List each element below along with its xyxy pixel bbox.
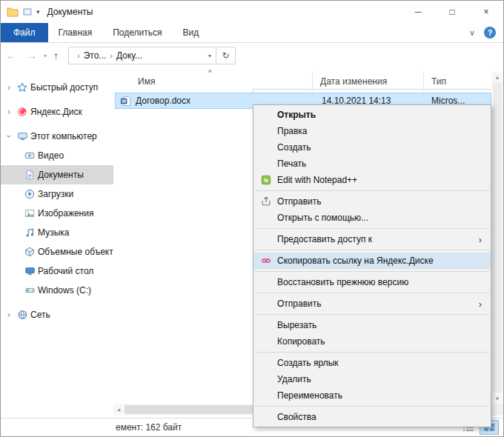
sidebar-item-label: Рабочий стол — [38, 266, 93, 276]
sidebar-item-music[interactable]: Музыка — [1, 223, 113, 242]
sidebar-item-label: Загрузки — [38, 189, 73, 199]
qat-button-icon[interactable] — [23, 7, 32, 16]
expander-icon[interactable]: › — [4, 131, 14, 141]
share-icon — [255, 196, 277, 207]
breadcrumb-dropdown-icon[interactable]: ▾ — [208, 53, 211, 59]
menu-separator — [255, 271, 489, 272]
menu-separator — [255, 190, 489, 191]
sidebar-item-this-pc[interactable]: › Этот компьютер — [1, 127, 113, 146]
menu-item-restore-previous-version[interactable]: Восстановить прежнюю версию — [253, 274, 491, 290]
menu-separator — [255, 314, 489, 315]
help-icon[interactable]: ? — [484, 27, 496, 39]
scroll-down-icon[interactable]: ▾ — [491, 393, 503, 404]
breadcrumb-this-pc[interactable]: Это... — [84, 50, 107, 61]
breadcrumb-documents[interactable]: Доку... — [116, 50, 142, 61]
sidebar-item-label: Музыка — [38, 227, 69, 238]
close-button[interactable]: × — [469, 1, 503, 23]
sidebar-item-label: Быстрый доступ — [30, 82, 98, 93]
menu-item-new[interactable]: Создать — [253, 139, 491, 156]
forward-button[interactable]: → — [21, 50, 42, 61]
sidebar-item-desktop[interactable]: Рабочий стол — [1, 261, 113, 281]
breadcrumb: › Это... › Доку... ▾ — [68, 47, 216, 64]
tab-share[interactable]: Поделиться — [102, 23, 172, 42]
cube-icon — [21, 247, 38, 257]
scroll-left-icon[interactable]: ◂ — [113, 404, 124, 416]
yandex-disk-icon — [14, 107, 30, 117]
expander-icon[interactable]: › — [4, 107, 14, 117]
menu-item-send-to[interactable]: Отправить › — [253, 296, 491, 312]
column-header-date[interactable]: Дата изменения — [312, 72, 423, 91]
drive-icon — [21, 285, 38, 296]
minimize-button[interactable]: ─ — [401, 1, 435, 23]
maximize-button[interactable]: □ — [435, 1, 469, 23]
sidebar-item-windows-c[interactable]: Windows (C:) — [1, 281, 113, 300]
tab-file[interactable]: Файл — [1, 23, 48, 42]
ribbon-right-controls: ∨ ? — [469, 23, 503, 42]
sidebar-item-3d-objects[interactable]: Объемные объекты — [1, 242, 113, 261]
menu-item-edit-with-notepadpp[interactable]: N Edit with Notepad++ — [253, 172, 491, 188]
menu-item-open-with[interactable]: Открыть с помощью... — [253, 210, 491, 226]
sidebar-item-network[interactable]: › Сеть — [1, 305, 113, 324]
menu-item-print[interactable]: Печать — [253, 156, 491, 172]
sidebar-item-label: Этот компьютер — [30, 131, 97, 141]
network-icon — [14, 310, 30, 320]
context-menu: Открыть Правка Создать Печать N Edit wit… — [253, 104, 491, 427]
up-button[interactable]: ↑ — [48, 50, 64, 61]
star-icon — [14, 82, 30, 93]
word-icon: W — [120, 96, 131, 107]
app-icon — [7, 7, 19, 17]
yandex-link-icon — [255, 256, 277, 266]
sidebar-item-quick-access[interactable]: › Быстрый доступ — [1, 78, 113, 97]
column-header-type[interactable]: Тип — [423, 72, 491, 91]
refresh-icon[interactable]: ↻ — [216, 47, 236, 64]
menu-item-open[interactable]: Открыть — [253, 107, 491, 123]
window-controls: ─ □ × — [401, 1, 503, 23]
menu-item-properties[interactable]: Свойства — [253, 409, 491, 425]
menu-item-share[interactable]: Отправить — [253, 193, 491, 210]
downloads-icon — [21, 189, 38, 199]
menu-item-cut[interactable]: Вырезать — [253, 317, 491, 333]
sidebar-item-documents[interactable]: Документы — [1, 165, 113, 184]
sidebar-item-label: Видео — [38, 150, 64, 161]
menu-item-delete[interactable]: Удалить — [253, 371, 491, 387]
submenu-arrow-icon: › — [479, 234, 489, 245]
sidebar-item-yandex-disk[interactable]: › Яндекс.Диск — [1, 102, 113, 121]
breadcrumb-chevron-icon: › — [106, 51, 116, 60]
expander-icon[interactable]: › — [4, 82, 14, 93]
svg-text:W: W — [122, 99, 127, 104]
tab-view[interactable]: Вид — [172, 23, 209, 42]
vertical-scrollbar[interactable]: ▴ ▾ — [491, 72, 503, 404]
menu-item-give-access-to[interactable]: Предоставить доступ к › — [253, 231, 491, 247]
menu-item-edit[interactable]: Правка — [253, 123, 491, 139]
music-icon — [21, 227, 38, 238]
desktop-icon — [21, 266, 38, 276]
column-headers: Имя Дата изменения Тип — [113, 72, 491, 91]
menu-item-copy-yandex-disk-link[interactable]: Скопировать ссылку на Яндекс.Диске — [253, 253, 491, 269]
column-header-name[interactable]: Имя — [113, 72, 312, 91]
tab-home[interactable]: Главная — [48, 23, 103, 42]
menu-separator — [255, 293, 489, 293]
recent-locations-icon[interactable]: ▾ — [42, 53, 48, 59]
menu-separator — [255, 352, 489, 353]
qat-dropdown-icon[interactable]: ▾ — [36, 8, 40, 16]
back-button[interactable]: ← — [1, 50, 21, 61]
sidebar-item-pictures[interactable]: Изображения — [1, 204, 113, 223]
sidebar-item-label: Изображения — [38, 208, 93, 218]
sidebar-item-videos[interactable]: Видео — [1, 146, 113, 165]
scroll-up-icon[interactable]: ▴ — [491, 72, 503, 82]
svg-text:N: N — [264, 177, 268, 184]
expander-icon[interactable]: › — [4, 310, 14, 320]
quick-access-toolbar: ▾ — [1, 7, 40, 17]
navigation-bar: ← → ▾ ↑ › Это... › Доку... ▾ ↻ — [1, 43, 503, 68]
menu-item-copy[interactable]: Копировать — [253, 333, 491, 350]
vertical-scroll-thumb[interactable] — [493, 83, 502, 393]
ribbon-tabs: Файл Главная Поделиться Вид ∨ ? — [1, 23, 503, 43]
sidebar-item-downloads[interactable]: Загрузки — [1, 184, 113, 204]
breadcrumb-chevron-icon: › — [73, 51, 84, 60]
menu-item-rename[interactable]: Переименовать — [253, 387, 491, 404]
menu-item-create-shortcut[interactable]: Создать ярлык — [253, 355, 491, 371]
submenu-arrow-icon: › — [479, 298, 489, 310]
window-title: Документы — [47, 7, 93, 17]
sidebar-item-label: Объемные объекты — [38, 247, 113, 257]
ribbon-expand-icon[interactable]: ∨ — [469, 28, 475, 38]
